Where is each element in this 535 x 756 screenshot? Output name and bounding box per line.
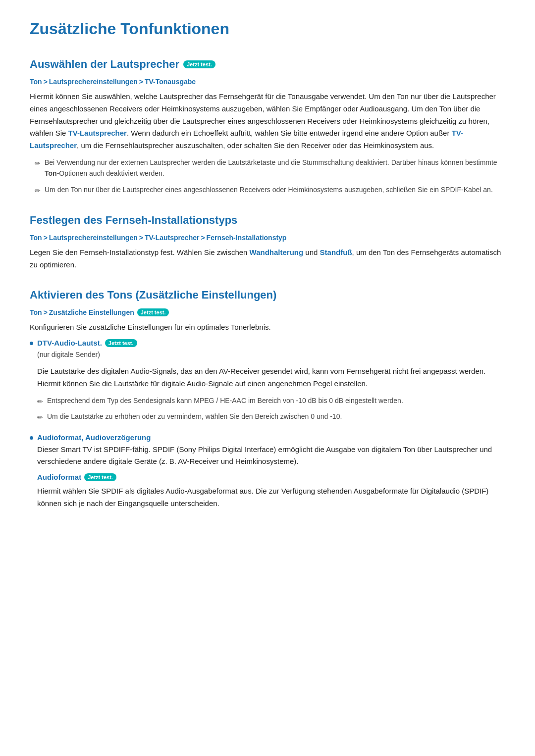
breadcrumb-tv-lautsprecher[interactable]: TV-Lautsprecher (145, 234, 199, 242)
breadcrumb-aktivieren: Ton > Zusätzliche Einstellungen Jetzt te… (30, 308, 505, 316)
link-wandhalterung[interactable]: Wandhalterung (250, 248, 304, 256)
dtv-note-text-1: Entsprechend dem Typ des Sendesignals ka… (47, 395, 403, 406)
breadcrumb-lautsprechereinstellungen-1[interactable]: Lautsprechereinstellungen (49, 78, 138, 86)
dtv-note-1: ✏ Entsprechend dem Typ des Sendesignals … (37, 395, 505, 407)
jetzt-test-badge-audioformat[interactable]: Jetzt test. (84, 473, 116, 481)
section-title-aktivieren: Aktivieren des Tons (Zusätzliche Einstel… (30, 289, 505, 302)
breadcrumb-zusaetzliche-einstellungen[interactable]: Zusätzliche Einstellungen (49, 308, 134, 316)
section-title-text-2: Festlegen des Fernseh-Installationstyps (30, 214, 237, 227)
section-lautsprecher: Auswählen der Lautsprecher Jetzt test. T… (30, 58, 505, 196)
audioformat-sub-title: Audioformat Jetzt test. (37, 473, 505, 481)
bullet-audioformat: Audioformat, Audioverzögerung Dieser Sma… (30, 433, 505, 515)
jetzt-test-badge-dtv[interactable]: Jetzt test. (105, 339, 137, 347)
jetzt-test-badge-lautsprecher[interactable]: Jetzt test. (183, 60, 215, 68)
aktivieren-intro: Konfigurieren Sie zusätzliche Einstellun… (30, 321, 505, 334)
bullet-audioformat-label: Audioformat, Audioverzögerung (37, 433, 505, 442)
breadcrumb-fernseh-installationstyp[interactable]: Fernseh-Installationstyp (207, 234, 287, 242)
section-title-lautsprecher: Auswählen der Lautsprecher Jetzt test. (30, 58, 505, 71)
ton-bold-1: Ton (45, 169, 57, 177)
page-title: Zusätzliche Tonfunktionen (30, 20, 505, 38)
dtv-sub-label: (nur digitale Sender) (37, 349, 505, 360)
section-title-text: Auswählen der Lautsprecher (30, 58, 179, 71)
installationstyp-paragraph: Legen Sie den Fernseh-Installationstyp f… (30, 247, 505, 271)
pencil-icon-1: ✏ (35, 158, 41, 169)
note-item-2: ✏ Um den Ton nur über die Lautsprecher e… (35, 184, 505, 196)
bullet-dot-2 (30, 436, 33, 440)
dtv-paragraph: Die Lautstärke des digitalen Audio-Signa… (37, 365, 505, 390)
note-item: ✏ Bei Verwendung nur der externen Lautsp… (35, 157, 505, 179)
audioformat-paragraph: Dieser Smart TV ist SPDIFF-fähig. SPDIF … (37, 444, 505, 468)
note-text-2: Um den Ton nur über die Lautsprecher ein… (45, 184, 493, 195)
jetzt-test-badge-aktivieren[interactable]: Jetzt test. (137, 308, 169, 316)
breadcrumb-ton-1[interactable]: Ton (30, 78, 42, 86)
bullet-dtv-label: DTV-Audio-Lautst. Jetzt test. (37, 339, 505, 347)
breadcrumb-lautsprechereinstellungen-2[interactable]: Lautsprechereinstellungen (49, 234, 138, 242)
section-title-installationstyp: Festlegen des Fernseh-Installationstyps (30, 214, 505, 227)
bullet-audioformat-content: Audioformat, Audioverzögerung Dieser Sma… (37, 433, 505, 515)
lautsprecher-notes: ✏ Bei Verwendung nur der externen Lautsp… (35, 157, 505, 196)
aktivieren-bullets: DTV-Audio-Lautst. Jetzt test. (nur digit… (30, 339, 505, 514)
dtv-note-text-2: Um die Lautstärke zu erhöhen oder zu ver… (47, 411, 342, 422)
bullet-dtv: DTV-Audio-Lautst. Jetzt test. (nur digit… (30, 339, 505, 427)
dtv-note-2: ✏ Um die Lautstärke zu erhöhen oder zu v… (37, 411, 505, 423)
breadcrumb-ton-3[interactable]: Ton (30, 308, 42, 316)
lautsprecher-paragraph-1: Hiermit können Sie auswählen, welche Lau… (30, 91, 505, 152)
audioformat-label-text: Audioformat, Audioverzögerung (37, 433, 151, 442)
dtv-label-text: DTV-Audio-Lautst. (37, 339, 102, 347)
pencil-icon-4: ✏ (37, 412, 43, 423)
audioformat-sub-title-text: Audioformat (37, 473, 81, 481)
dtv-notes: ✏ Entsprechend dem Typ des Sendesignals … (37, 395, 505, 423)
breadcrumb-tv-tonausgabe[interactable]: TV-Tonausgabe (145, 78, 196, 86)
note-text-1: Bei Verwendung nur der externen Lautspre… (45, 157, 505, 179)
bullet-dtv-content: DTV-Audio-Lautst. Jetzt test. (nur digit… (37, 339, 505, 427)
pencil-icon-2: ✏ (35, 185, 41, 196)
breadcrumb-installationstyp: Ton > Lautsprechereinstellungen > TV-Lau… (30, 234, 505, 242)
bullet-dot-1 (30, 342, 33, 345)
pencil-icon-3: ✏ (37, 396, 43, 407)
link-tv-lautsprecher-1[interactable]: TV-Lautsprecher (68, 129, 127, 137)
section-aktivieren: Aktivieren des Tons (Zusätzliche Einstel… (30, 289, 505, 514)
section-installationstyp: Festlegen des Fernseh-Installationstyps … (30, 214, 505, 271)
breadcrumb-lautsprecher: Ton > Lautsprechereinstellungen > TV-Ton… (30, 78, 505, 86)
breadcrumb-ton-2[interactable]: Ton (30, 234, 42, 242)
link-standfuss[interactable]: Standfuß (320, 248, 352, 256)
section-title-text-3: Aktivieren des Tons (Zusätzliche Einstel… (30, 289, 276, 302)
audioformat-sub-paragraph: Hiermit wählen Sie SPDIF als digitales A… (37, 485, 505, 510)
